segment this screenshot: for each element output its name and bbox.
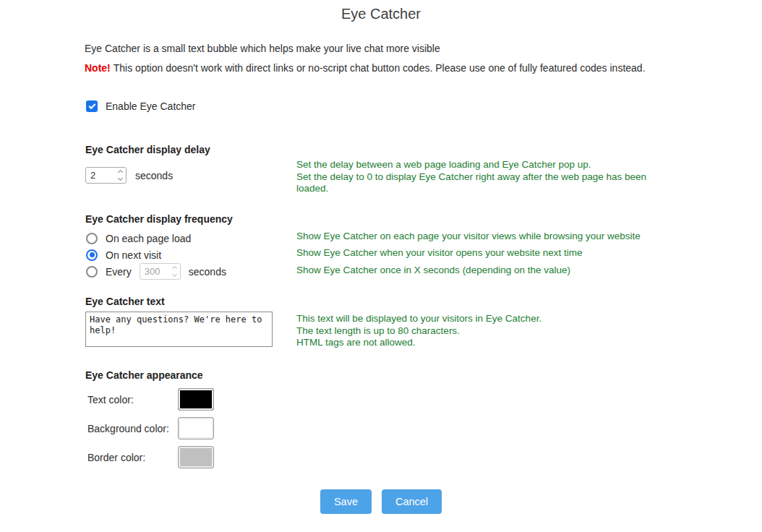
- frequency-help-each-page: Show Eye Catcher on each page your visit…: [296, 231, 672, 243]
- note-text: Note!This option doesn't work with direc…: [85, 62, 646, 74]
- frequency-option-label: Every: [106, 266, 132, 278]
- eye-catcher-text-input[interactable]: Have any questions? We're here to help!: [85, 312, 273, 347]
- border-color-row: Border color:: [87, 446, 214, 468]
- spinner-icon: [173, 267, 176, 276]
- action-buttons: Save Cancel: [0, 489, 762, 514]
- frequency-seconds-value: 300: [145, 266, 160, 277]
- radio-selected-icon[interactable]: [86, 249, 98, 261]
- delay-unit-label: seconds: [135, 170, 173, 181]
- delay-seconds-value: 2: [90, 170, 95, 181]
- eye-catcher-text-header: Eye Catcher text: [85, 296, 165, 307]
- radio-icon[interactable]: [86, 266, 98, 278]
- text-color-label: Text color:: [87, 394, 178, 406]
- spin-down-icon: [172, 272, 177, 277]
- text-help-line: This text will be displayed to your visi…: [296, 313, 643, 325]
- radio-icon[interactable]: [86, 233, 98, 244]
- background-color-label: Background color:: [87, 423, 178, 434]
- display-delay-row: 2 seconds: [85, 167, 173, 184]
- frequency-option-each-page-load[interactable]: On each page load: [86, 230, 191, 246]
- frequency-option-next-visit[interactable]: On next visit: [86, 246, 161, 263]
- frequency-unit-label: seconds: [189, 266, 226, 278]
- eye-catcher-settings-page: Eye Catcher Eye Catcher is a small text …: [0, 0, 762, 532]
- check-icon: [88, 102, 95, 109]
- cancel-button[interactable]: Cancel: [382, 489, 442, 514]
- save-button[interactable]: Save: [320, 489, 372, 514]
- note-label: Note!: [85, 62, 111, 74]
- enable-checkbox-label: Enable Eye Catcher: [106, 100, 196, 112]
- frequency-help-every-x: Show Eye Catcher once in X seconds (depe…: [296, 265, 672, 277]
- border-color-label: Border color:: [87, 452, 178, 463]
- delay-seconds-input[interactable]: 2: [85, 167, 127, 184]
- border-color-swatch[interactable]: [178, 446, 214, 468]
- text-color-row: Text color:: [87, 388, 214, 411]
- text-color-swatch[interactable]: [178, 388, 214, 411]
- enable-eye-catcher-checkbox-row[interactable]: Enable Eye Catcher: [86, 100, 196, 112]
- note-body: This option doesn't work with direct lin…: [114, 62, 646, 74]
- display-frequency-header: Eye Catcher display frequency: [85, 213, 233, 225]
- background-color-row: Background color:: [87, 417, 214, 439]
- background-color-swatch[interactable]: [178, 417, 214, 439]
- spin-down-icon[interactable]: [118, 176, 123, 181]
- text-help-block: This text will be displayed to your visi…: [296, 313, 643, 349]
- frequency-option-every-x-seconds[interactable]: Every 300 seconds: [86, 263, 226, 280]
- spinner-icon[interactable]: [119, 171, 122, 180]
- enable-checkbox[interactable]: [86, 100, 98, 112]
- frequency-option-label: On next visit: [106, 249, 161, 261]
- delay-help-line: Set the delay between a web page loading…: [296, 159, 658, 171]
- frequency-option-label: On each page load: [106, 233, 191, 244]
- appearance-header: Eye Catcher appearance: [85, 369, 203, 381]
- spin-up-icon: [172, 266, 177, 271]
- frequency-help-next-visit: Show Eye Catcher when your visitor opens…: [296, 247, 672, 259]
- frequency-seconds-input[interactable]: 300: [140, 263, 181, 280]
- spin-up-icon[interactable]: [118, 170, 123, 175]
- text-help-line: HTML tags are not allowed.: [296, 337, 643, 349]
- text-help-line: The text length is up to 80 characters.: [296, 325, 643, 338]
- display-delay-header: Eye Catcher display delay: [85, 144, 210, 155]
- delay-help-line: Set the delay to 0 to display Eye Catche…: [296, 171, 658, 195]
- intro-text: Eye Catcher is a small text bubble which…: [85, 43, 440, 54]
- delay-help-text: Set the delay between a web page loading…: [296, 159, 658, 195]
- page-title: Eye Catcher: [0, 6, 762, 22]
